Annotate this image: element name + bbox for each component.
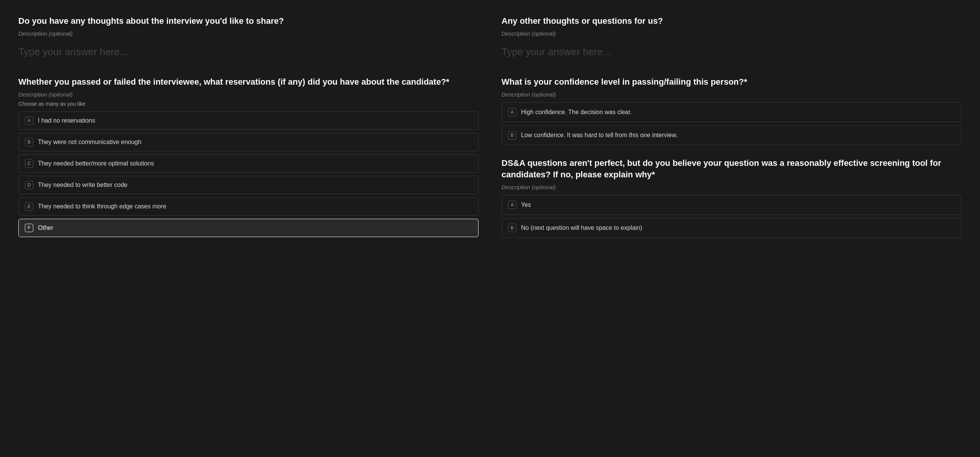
option-key-d: D: [25, 181, 33, 189]
other-thoughts-placeholder[interactable]: Type your answer here...: [501, 40, 962, 64]
choose-label: Choose as many as you like: [18, 101, 479, 107]
reservations-block: Whether you passed or failed the intervi…: [18, 76, 479, 237]
right-column: Any other thoughts or questions for us? …: [501, 15, 962, 238]
dsa-option-yes[interactable]: A Yes: [501, 195, 962, 215]
dsa-text-yes: Yes: [521, 201, 531, 208]
other-thoughts-title: Any other thoughts or questions for us?: [501, 15, 962, 27]
reservations-options-list: A I had no reservations B They were not …: [18, 111, 479, 237]
confidence-option-a[interactable]: A High confidence. The decision was clea…: [501, 102, 962, 122]
dsa-key-b: B: [508, 224, 516, 232]
option-text-a: I had no reservations: [38, 117, 95, 124]
interview-thoughts-placeholder[interactable]: Type your answer here...: [18, 40, 479, 64]
reservation-option-b[interactable]: B They were not communicative enough: [18, 133, 479, 151]
confidence-options-list: A High confidence. The decision was clea…: [501, 102, 962, 145]
option-text-c: They needed better/more optimal solution…: [38, 160, 154, 167]
reservation-option-a[interactable]: A I had no reservations: [18, 111, 479, 130]
dsa-key-a: A: [508, 201, 516, 209]
interview-thoughts-title: Do you have any thoughts about the inter…: [18, 15, 479, 27]
option-text-e: They needed to think through edge cases …: [38, 203, 166, 210]
option-key-f: F: [25, 224, 33, 232]
confidence-title: What is your confidence level in passing…: [501, 76, 962, 88]
confidence-text-a: High confidence. The decision was clear.: [521, 109, 632, 116]
dsa-option-no[interactable]: B No (next question will have space to e…: [501, 218, 962, 238]
reservation-option-f[interactable]: F Other: [18, 219, 479, 237]
option-key-c: C: [25, 159, 33, 168]
dsa-effectiveness-description: Description (optional): [501, 184, 962, 190]
confidence-text-b: Low confidence. It was hard to tell from…: [521, 132, 678, 139]
option-text-b: They were not communicative enough: [38, 139, 141, 146]
reservation-option-c[interactable]: C They needed better/more optimal soluti…: [18, 154, 479, 173]
option-key-e: E: [25, 202, 33, 211]
option-text-d: They needed to write better code: [38, 182, 127, 188]
reservations-title: Whether you passed or failed the intervi…: [18, 76, 479, 88]
confidence-block: What is your confidence level in passing…: [501, 76, 962, 145]
reservations-description: Description (optional): [18, 91, 479, 98]
option-key-a: A: [25, 116, 33, 125]
option-text-f: Other: [38, 224, 53, 231]
reservation-option-d[interactable]: D They needed to write better code: [18, 176, 479, 194]
dsa-text-no: No (next question will have space to exp…: [521, 224, 642, 231]
other-thoughts-block: Any other thoughts or questions for us? …: [501, 15, 962, 64]
confidence-option-b[interactable]: B Low confidence. It was hard to tell fr…: [501, 125, 962, 145]
dsa-options-list: A Yes B No (next question will have spac…: [501, 195, 962, 238]
dsa-effectiveness-title: DS&A questions aren't perfect, but do yo…: [501, 157, 962, 181]
dsa-effectiveness-block: DS&A questions aren't perfect, but do yo…: [501, 157, 962, 238]
reservation-option-e[interactable]: E They needed to think through edge case…: [18, 197, 479, 216]
page-container: Do you have any thoughts about the inter…: [18, 15, 962, 238]
confidence-key-a: A: [508, 108, 516, 116]
other-thoughts-description: Description (optional): [501, 30, 962, 37]
left-column: Do you have any thoughts about the inter…: [18, 15, 479, 238]
confidence-key-b: B: [508, 131, 516, 139]
confidence-description: Description (optional): [501, 91, 962, 98]
interview-thoughts-block: Do you have any thoughts about the inter…: [18, 15, 479, 64]
option-key-b: B: [25, 138, 33, 146]
interview-thoughts-description: Description (optional): [18, 30, 479, 37]
